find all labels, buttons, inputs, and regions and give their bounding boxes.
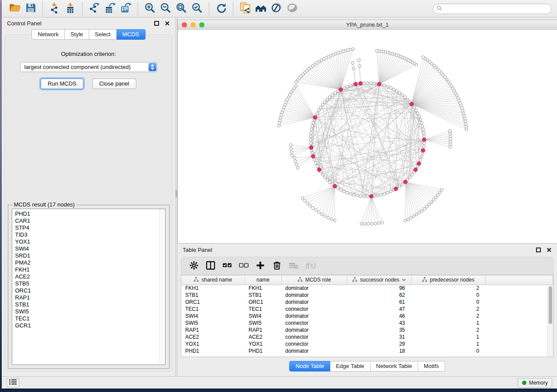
table-row[interactable]: STB1STB1dominator620 <box>181 292 553 299</box>
graph-node[interactable] <box>343 86 346 89</box>
graph-node[interactable] <box>440 188 443 191</box>
table-row[interactable]: SWI4SWI4dominator462 <box>181 313 553 320</box>
graph-node[interactable] <box>426 205 429 208</box>
graph-node[interactable] <box>358 65 361 68</box>
graph-node[interactable] <box>320 213 323 216</box>
add-column-button[interactable] <box>253 259 268 273</box>
graph-node[interactable] <box>436 193 439 196</box>
graph-node[interactable] <box>363 195 366 198</box>
graph-node[interactable] <box>410 217 413 220</box>
graph-node[interactable] <box>295 163 298 166</box>
graph-node[interactable] <box>366 82 369 85</box>
tab-select[interactable]: Select <box>89 29 117 40</box>
graph-node[interactable] <box>304 199 307 203</box>
graph-node[interactable] <box>323 101 326 104</box>
graph-node[interactable] <box>370 82 373 85</box>
column-header-predecessor-nodes[interactable]: predecessor nodes <box>411 275 485 285</box>
mcds-result-item[interactable]: RAP1 <box>15 294 165 301</box>
graph-node[interactable] <box>321 173 324 176</box>
export-table-button[interactable] <box>102 2 118 16</box>
mcds-result-item[interactable]: TEC1 <box>15 315 165 322</box>
table-tab-node-table[interactable]: Node Table <box>289 361 330 371</box>
graph-node[interactable] <box>404 220 407 223</box>
graph-node[interactable] <box>375 49 378 52</box>
graph-node[interactable] <box>389 86 392 89</box>
graph-node[interactable] <box>398 92 401 95</box>
graph-node[interactable] <box>395 89 398 93</box>
graph-node[interactable] <box>310 128 313 131</box>
graph-node[interactable] <box>349 84 352 87</box>
maximize-window-icon[interactable] <box>199 22 204 28</box>
graph-node[interactable] <box>315 209 318 212</box>
memory-button[interactable]: Memory <box>518 378 552 388</box>
select-all-rows-button[interactable] <box>220 259 235 273</box>
graph-node[interactable] <box>349 193 352 196</box>
graph-node[interactable] <box>383 193 386 196</box>
graph-node[interactable] <box>423 135 426 138</box>
graph-node[interactable] <box>317 109 320 112</box>
graph-node[interactable] <box>316 165 319 168</box>
graph-node[interactable] <box>290 147 293 150</box>
graph-node[interactable] <box>309 204 312 207</box>
refresh-layout-button[interactable] <box>213 2 229 16</box>
criterion-select[interactable]: largest connected component (undirected) <box>20 62 157 72</box>
graph-node[interactable] <box>420 210 423 213</box>
graph-node[interactable] <box>421 125 424 128</box>
graph-node[interactable] <box>363 82 366 85</box>
graph-hub-node[interactable] <box>339 88 343 92</box>
graph-node[interactable] <box>278 122 281 125</box>
graph-node[interactable] <box>419 158 422 162</box>
graph-node[interactable] <box>373 82 376 85</box>
close-panel-icon[interactable]: ✕ <box>164 21 170 26</box>
mcds-result-item[interactable]: FKH1 <box>15 266 165 273</box>
table-tab-motifs[interactable]: Motifs <box>418 361 445 371</box>
graph-node[interactable] <box>449 140 452 143</box>
table-settings-button[interactable] <box>187 259 201 273</box>
graph-node[interactable] <box>374 222 377 225</box>
open-session-button[interactable] <box>7 2 23 16</box>
graph-node[interactable] <box>293 156 296 159</box>
graph-node[interactable] <box>465 125 468 128</box>
graph-node[interactable] <box>356 194 359 197</box>
mcds-result-item[interactable]: GCR1 <box>15 322 165 329</box>
graph-node[interactable] <box>309 135 312 138</box>
zoom-fit-button[interactable] <box>173 2 189 16</box>
graph-hub-node[interactable] <box>404 180 408 184</box>
graph-node[interactable] <box>465 128 468 131</box>
mcds-result-item[interactable]: SRD1 <box>15 252 165 259</box>
import-table-button[interactable] <box>62 2 78 16</box>
mcds-result-item[interactable]: ORC1 <box>15 287 165 294</box>
export-image-button[interactable] <box>118 2 134 16</box>
mcds-result-item[interactable]: STB5 <box>15 280 165 287</box>
table-row[interactable]: YOX1YOX1connector291 <box>181 340 553 347</box>
share-network-document-button[interactable] <box>237 2 253 16</box>
graph-node[interactable] <box>309 142 312 145</box>
graph-node[interactable] <box>420 121 423 124</box>
graph-node[interactable] <box>352 67 355 70</box>
graph-node[interactable] <box>380 193 383 196</box>
graph-node[interactable] <box>346 191 349 194</box>
graph-hub-node[interactable] <box>377 83 381 86</box>
table-row[interactable]: PHD1PHD1dominator180 <box>181 347 553 354</box>
graph-node[interactable] <box>407 218 410 221</box>
search-input[interactable] <box>444 5 548 12</box>
graph-node[interactable] <box>449 145 452 148</box>
graph-node[interactable] <box>336 187 339 190</box>
graph-node[interactable] <box>326 179 329 182</box>
graph-node[interactable] <box>311 206 315 210</box>
graph-node[interactable] <box>449 143 452 146</box>
graph-node[interactable] <box>401 183 404 186</box>
graph-node[interactable] <box>295 81 298 84</box>
show-column-selector-button[interactable] <box>203 259 218 273</box>
graph-node[interactable] <box>381 221 384 224</box>
graph-hub-node[interactable] <box>333 184 337 188</box>
graph-node[interactable] <box>280 113 283 117</box>
graph-node[interactable] <box>415 213 418 216</box>
run-mcds-button[interactable]: Run MCDS <box>41 79 83 89</box>
graph-node[interactable] <box>296 166 299 169</box>
graph-node[interactable] <box>401 93 404 96</box>
graph-node[interactable] <box>423 142 426 145</box>
graph-hub-node[interactable] <box>394 187 398 191</box>
graph-node[interactable] <box>311 125 314 128</box>
graph-node[interactable] <box>464 123 467 126</box>
